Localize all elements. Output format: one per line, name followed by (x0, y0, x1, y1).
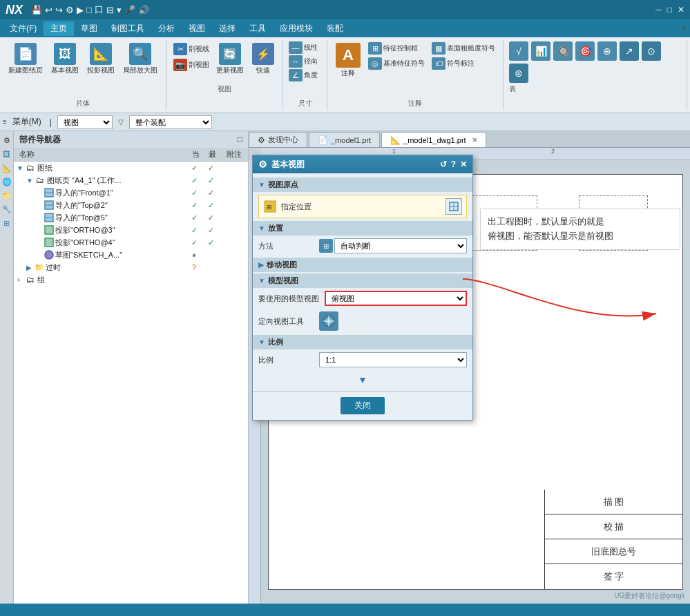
menu-sketch[interactable]: 草图 (74, 21, 104, 36)
titlebar-icon-undo[interactable]: ↩ (45, 5, 52, 15)
sidenav-settings[interactable]: ⚙ (1, 134, 13, 146)
ribbon-btn-table[interactable]: 📊 (531, 41, 550, 61)
menu-drafting[interactable]: 制图工具 (104, 21, 151, 36)
titlebar-icon-settings[interactable]: ⚙ (66, 5, 74, 15)
dialog-close-button[interactable]: 关闭 (341, 397, 385, 414)
toolbar-filter-select[interactable]: 整个装配 (129, 115, 212, 129)
ribbon-btn-dot[interactable]: 🔘 (553, 41, 573, 61)
ribbon-group-annotation: A 注释 ⊞ 特征控制框 ◎ 基准特征符号 ▦ 表面粗 (330, 40, 504, 110)
model-view-select[interactable]: 俯视图 前视图 左视图 (325, 291, 467, 306)
window-maximize[interactable]: □ (667, 5, 672, 15)
dialog-close-icon[interactable]: ✕ (460, 160, 467, 169)
svg-rect-7 (45, 238, 53, 247)
tree-item-front[interactable]: 导入的"Front@1" ✓ ✓ (14, 186, 248, 199)
tree-item-drawing[interactable]: ▼ 🗂 图纸 ✓ ✓ (14, 162, 248, 174)
menu-select[interactable]: 选择 (212, 21, 242, 36)
check-current: ? (186, 263, 202, 271)
sidenav-icon6[interactable]: ⊞ (1, 217, 13, 229)
toolbar-view-select[interactable]: 视图 (57, 115, 113, 129)
tab-dwg1[interactable]: 📐 _model1_dwg1.prt ✕ (381, 132, 486, 147)
ribbon-btn-extra1[interactable]: ⊕ (597, 41, 617, 61)
tree-label: 投影"ORTHO@4" (55, 238, 186, 248)
titlebar-icon-window3[interactable]: ⊟ (106, 5, 114, 15)
window-close[interactable]: ✕ (678, 5, 684, 15)
tree-item-ortho4[interactable]: 投影"ORTHO@4" ✓ ✓ (14, 236, 248, 249)
ribbon-btn-section-view[interactable]: 📷 剖视图 (172, 57, 211, 73)
tree-item-top5[interactable]: 导入的"Top@5" ✓ ✓ (14, 211, 248, 224)
ribbon-btn-datum[interactable]: ◎ 基准特征符号 (366, 57, 427, 70)
ribbon-btn-detail-view[interactable]: 🔍 局部放大图 (120, 41, 160, 77)
toolbar-menu-btn[interactable]: 菜单(M) (10, 116, 44, 128)
ribbon-btn-base-view[interactable]: 🖼 基本视图 (48, 41, 82, 77)
section-placement-header[interactable]: ▼ 放置 (253, 221, 472, 235)
sidenav-icon4[interactable]: 📁 (1, 189, 13, 202)
ribbon-btn-target[interactable]: 🎯 (575, 41, 595, 61)
ribbon-btn-note[interactable]: A 注释 (333, 41, 363, 79)
ribbon-btn-quick[interactable]: ⚡ 快速 (249, 41, 277, 77)
title-row-qianzi: 签 字 (545, 564, 682, 589)
scale-select-row: 比例 1:1 1:2 2:1 (253, 349, 472, 370)
ribbon-btn-section-line[interactable]: ✂ 剖视线 (172, 41, 211, 57)
menu-tools[interactable]: 工具 (242, 21, 273, 36)
tab-close-btn[interactable]: ✕ (472, 136, 477, 144)
dialog-help-btn[interactable]: ? (451, 160, 456, 169)
menu-file[interactable]: 文件(F) (3, 21, 44, 36)
ribbon-btn-extra2[interactable]: ↗ (620, 41, 639, 61)
section-scale-header[interactable]: ▼ 比例 (253, 335, 472, 349)
tree-item-sketch[interactable]: 草图"SKETCH_A..." ● (14, 249, 248, 261)
menu-view[interactable]: 视图 (182, 21, 212, 36)
titlebar-icon-play[interactable]: ▶ (77, 5, 84, 15)
ribbon-btn-fcf[interactable]: ⊞ 特征控制框 (366, 41, 427, 55)
section-model-view-header[interactable]: ▼ 模型视图 (253, 273, 472, 288)
toolbar-strip: ≡ 菜单(M) | 视图 ▽ 整个装配 (0, 113, 690, 131)
tab-discovery[interactable]: ⚙ 发现中心 (249, 132, 307, 147)
sidenav-icon2[interactable]: 📐 (1, 162, 13, 174)
titlebar-icon-cam[interactable]: 🔊 (138, 5, 149, 15)
method-select[interactable]: 自动判断 (334, 238, 467, 253)
dashed-rect-2 (579, 195, 648, 251)
section-move-view-header[interactable]: ▶ 移动视图 (253, 258, 472, 272)
tree-item-sheet[interactable]: ▼ 🗂 图纸页 "A4_1" (工作... ✓ ✓ (14, 174, 248, 186)
dialog-reset-btn[interactable]: ↺ (440, 160, 447, 169)
menu-home[interactable]: 主页 (44, 21, 74, 36)
ribbon-btn-new-sheet[interactable]: 📄 新建图纸页 (6, 41, 46, 77)
titlebar-icon-window1[interactable]: □ (86, 5, 92, 15)
ribbon-btn-extra4[interactable]: ⊛ (509, 64, 528, 83)
base-view-dialog: ⚙ 基本视图 ↺ ? ✕ ▼ (252, 155, 473, 421)
ribbon-btn-proj-view[interactable]: 📐 投影视图 (84, 41, 117, 77)
titlebar-icon-mic[interactable]: 🎤 (124, 5, 135, 15)
tree-item-ortho3[interactable]: 投影"ORTHO@3" ✓ ✓ (14, 224, 248, 236)
tree-item-obsolete[interactable]: ▶ 📁 过时 ? (14, 261, 248, 273)
ribbon-btn-update-view[interactable]: 🔄 更新视图 (213, 41, 247, 77)
section-view-origin-header[interactable]: ▼ 视图原点 (253, 177, 472, 192)
menu-assembly[interactable]: 装配 (320, 21, 350, 36)
titlebar-icon-save[interactable]: 💾 (31, 5, 42, 15)
titlebar-icon-redo[interactable]: ↪ (55, 5, 63, 15)
orient-tool-btn[interactable] (319, 311, 338, 331)
scale-select[interactable]: 1:1 1:2 2:1 (319, 352, 467, 367)
tab-icon: 📄 (318, 135, 328, 145)
folder-icon: 🗂 (35, 175, 46, 186)
ribbon-btn-extra3[interactable]: ⊙ (642, 41, 661, 61)
specify-position-btn[interactable] (445, 198, 462, 215)
window-controls: ─ □ ✕ (655, 5, 684, 15)
sidenav-icon1[interactable]: 🖼 (1, 148, 13, 160)
ribbon-expand[interactable]: ▼ (680, 25, 687, 32)
titlebar-icon-window2[interactable]: 口 (95, 3, 104, 16)
tab-model1[interactable]: 📄 _model1.prt (309, 132, 380, 147)
section-scale: ▼ 比例 比例 1:1 1:2 2:1 (253, 335, 472, 370)
tree-item-top2[interactable]: 导入的"Top@2" ✓ ✓ (14, 199, 248, 211)
titlebar-icon-down[interactable]: ▾ (117, 5, 122, 15)
navigator-expand[interactable]: □ (238, 135, 242, 144)
menu-analysis[interactable]: 分析 (151, 21, 182, 36)
menu-appmodule[interactable]: 应用模块 (273, 21, 320, 36)
ribbon-btn-symbol[interactable]: 🏷 符号标注 (430, 57, 497, 70)
tree-item-group[interactable]: + 🗂 组 (14, 273, 248, 286)
window-minimize[interactable]: ─ (655, 5, 662, 15)
ribbon-btn-roughness[interactable]: ▦ 表面粗糙度符号 (430, 41, 497, 55)
check-latest: ✓ (202, 213, 219, 222)
sidenav-icon5[interactable]: 🔧 (1, 203, 13, 215)
dialog-collapse-arrow[interactable]: ▼ (253, 372, 472, 388)
ribbon-btn-check[interactable]: √ (509, 41, 528, 61)
sidenav-icon3[interactable]: 🌐 (1, 175, 13, 188)
